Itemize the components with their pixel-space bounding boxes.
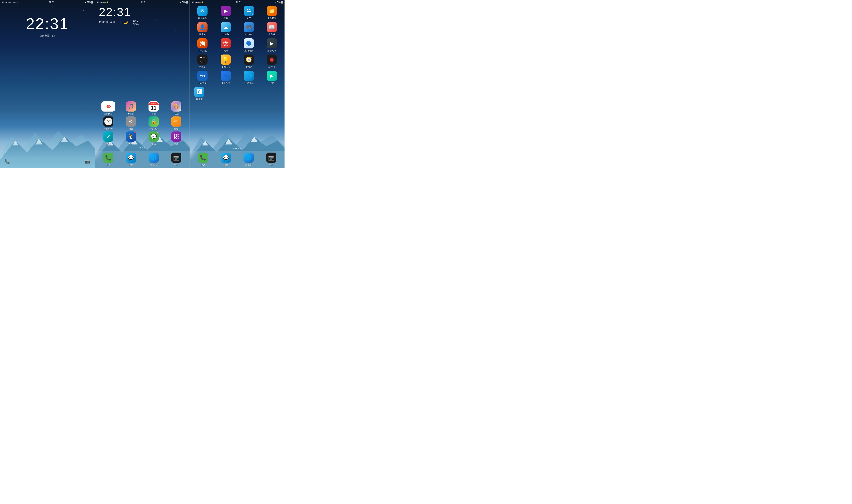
app-vivo[interactable]: vivo vivo官网 [196,71,209,85]
network-indicator: 4G [2,1,4,3]
wifi-icon: ▲ [84,1,86,3]
app-drawer-panel: 4G ▪▪▪ 0K/s ⚡ 22:31 ▲ 71% ▓ ✉ 电子邮件 ▶ [190,0,285,168]
drawer-battery-pct: 71% [277,1,281,3]
app-qq[interactable]: 🐧 7 QQ [124,131,138,145]
app-aiyingdu[interactable]: ▶ 影音阅读 [265,38,279,52]
battery-percent: 71% [87,1,91,3]
app-yingyongbao[interactable]: 🅰 应用宝 [193,87,206,101]
app-clock[interactable]: 闹钟时钟 [102,116,115,130]
third-panel-grid: ✉ 电子邮件 ▶ 视频 🌤 10° 天气 📁 [190,4,285,151]
drawer-status-left: 4G ▪▪▪ 0K/s ⚡ [192,1,203,3]
app-notes[interactable]: ✏ 便签 [170,116,183,130]
home-network: 4G [97,1,99,3]
drawer-dot-2 [235,148,237,149]
label-vivo: vivo官网 [198,82,207,85]
app-cloud[interactable]: ☁ 云服务 [219,22,233,36]
home-date-weather-row: 12月11日 星期一 | 🌙 10°C 天元区 [99,19,139,25]
app-label-notes: 便签 [174,127,178,130]
third-row-6: 🅰 应用宝 [191,87,283,101]
qq-badge: 7 [134,131,136,133]
app-music[interactable]: 🎵 i 音乐 [124,102,138,115]
app-youku[interactable]: ▶ 优酷 [265,71,279,85]
app-grid: 应用商店 🎵 i 音乐 星期一 11 日历 [95,25,190,151]
drawer-wifi: ▲ [274,1,276,3]
app-tips[interactable]: 💡 使用技巧 [219,54,233,68]
dock-browser[interactable]: 🌐 浏览器 [147,152,160,166]
status-right: ▲ 71% ▓ [84,1,93,3]
app-weibo[interactable]: 微 微博 [219,38,233,52]
app-row-2: 闹钟时钟 ⚙ 设置 🔒 一键锁屏 ✏ 便签 [97,116,188,130]
dock2-browser[interactable]: 🌐 浏览器 [242,152,255,166]
label-weibo: 微博 [224,49,228,52]
status-left: 4G ▪▪▪ 4G ▲↓ 0K/s ⚡ [2,1,19,3]
app-weather[interactable]: 🌤 10° 天气 [242,6,255,20]
dock2-camera[interactable]: 📷 相机 [264,152,278,166]
phone-lock-icon[interactable]: 📞 [5,159,10,164]
dock2-message[interactable]: 💬 信息 [219,152,233,166]
signal-bars: ▪▪▪ [5,1,7,3]
app-ebook[interactable]: 📖 电子书 [265,22,279,36]
third-row-1: ✉ 电子邮件 ▶ 视频 🌤 10° 天气 📁 [191,6,283,20]
label-aiyingdu: 影音阅读 [267,49,276,52]
app-calculator[interactable]: + −× = 计算器 [196,54,209,68]
lock-screen-content: 22:31 目前电量 71% [0,4,95,168]
lock-battery-text: 目前电量 71% [39,34,55,37]
app-calendar[interactable]: 星期一 11 日历 [147,102,160,115]
app-gamecenter[interactable]: 🎮 游戏中心 [242,22,255,36]
drawer-dot-3 [237,148,239,149]
dock-camera[interactable]: 📷 相机 [170,152,183,166]
app-label-iguanjia: i管家 [106,142,111,145]
app-recorder[interactable]: ⏺ 录音机 [265,54,279,68]
date-divider: | [120,20,121,24]
app-appmarket[interactable]: 🔵 应用推荐 [242,38,255,52]
app-taobao[interactable]: 淘 手机淘宝 [196,38,209,52]
usb-icon: ⚡ [17,1,19,3]
label-filemanager: 文件管理 [267,17,276,20]
label-tips: 使用技巧 [221,66,230,68]
battery-icon: ▓ [91,1,93,3]
app-compass[interactable]: 🧭 指南针 [242,54,255,68]
home-status-time: 22:31 [141,1,146,3]
app-email[interactable]: ✉ 电子邮件 [196,6,209,20]
app-lockscreen[interactable]: 🔒 一键锁屏 [147,116,160,130]
home-battery: ▓ [186,1,188,3]
app-label-theme: i 主题 [174,112,179,115]
home-status-bar: 4G ▪▪▪ 0K/s ⚡ 22:31 ▲ 71% ▓ [95,0,190,4]
dock-phone[interactable]: 📞 电话 [102,152,115,166]
app-wechat[interactable]: 💬 2 微信 [147,131,160,145]
app-appstore[interactable]: 应用商店 [102,102,115,115]
label-yingyongbao: 应用宝 [196,98,203,101]
drawer-status-time: 22:31 [236,1,242,3]
app-qqbrowser[interactable]: 🌐 QQ浏览器 [242,71,255,85]
page-dots-drawer [191,147,283,150]
label-contacts: 联系人 [199,33,206,36]
label-gamecenter: 游戏中心 [245,33,253,36]
dot-2 [142,147,143,148]
dock2-label-camera: 相机 [269,163,273,166]
dock-label-phone: 电话 [106,163,110,166]
camera-lock-icon[interactable]: 📷 [85,159,90,164]
wechat-badge: 2 [157,131,159,133]
app-contacts[interactable]: 👤 联系人 [196,22,209,36]
label-youku: 优酷 [270,82,274,85]
dock2-phone[interactable]: 📞 电话 [196,152,210,166]
app-photos[interactable]: 🖼 相册 [170,131,183,145]
home-status-left: 4G ▪▪▪ 0K/s ⚡ [97,1,109,3]
dock-message[interactable]: 💬 信息 [124,152,138,166]
app-video[interactable]: ▶ 视频 [219,6,233,20]
app-theme[interactable]: 🎨 i 主题 [170,102,183,115]
app-settings[interactable]: ⚙ 设置 [124,116,138,130]
app-baidu[interactable]: 🐾 手机百度 [219,71,233,85]
app-iguanjia[interactable]: ✔ i管家 [102,131,115,145]
app-label-wechat: 微信 [152,142,156,145]
home-battery-pct: 71% [182,1,185,3]
app-filemanager[interactable]: 📁 文件管理 [265,6,279,20]
data-speed: 4G ▲↓ 0K/s [7,1,16,3]
dock2-label-browser: 浏览器 [245,163,252,166]
drawer-dot-4 [240,148,241,149]
label-video: 视频 [224,17,228,20]
app-label-photos: 相册 [174,142,178,145]
dock-home: 📞 电话 💬 信息 🌐 浏览器 📷 相机 [95,151,190,168]
app-label-settings: 设置 [129,127,133,130]
lock-time: 22:31 [26,16,69,32]
